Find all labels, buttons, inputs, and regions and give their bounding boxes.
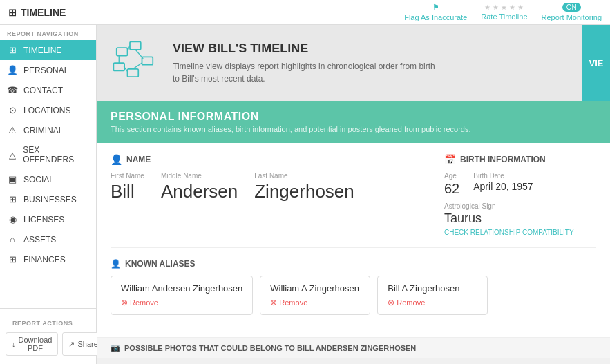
astro-label: Astrological Sign: [444, 202, 596, 210]
top-actions: ⚑ Flag As Inaccurate ★ ★ ★ ★ ★ Rate Time…: [404, 3, 602, 21]
sidebar-actions: REPORT ACTIONS ↓ Download PDF ↗ Share: [0, 308, 96, 364]
sidebar-item-finances[interactable]: ⊞ FINANCES: [0, 249, 96, 269]
monitor-action[interactable]: ON Report Monitoring: [542, 3, 602, 21]
sidebar-item-assets[interactable]: ⌂ ASSETS: [0, 229, 96, 249]
sidebar-item-contact[interactable]: ☎ CONTACT: [0, 80, 96, 100]
timeline-nav-icon: ⊞: [7, 45, 18, 55]
birth-row: Age 62 Birth Date April 20, 1957: [444, 172, 596, 197]
svg-line-8: [135, 50, 143, 59]
share-label: Share: [77, 340, 97, 348]
flag-label: Flag As Inaccurate: [404, 13, 467, 21]
flag-icon: ⚑: [432, 3, 439, 12]
star-1: ★: [484, 3, 490, 11]
age-value: 62: [444, 181, 459, 197]
finances-nav-icon: ⊞: [7, 254, 18, 265]
criminal-nav-icon: ⚠: [7, 125, 18, 135]
alias-card-0: William Andersen Zingerhosen Remove: [111, 276, 253, 315]
stars-row: ★ ★ ★ ★ ★: [484, 3, 524, 11]
top-bar: ⊞ TIMELINE ⚑ Flag As Inaccurate ★ ★ ★ ★ …: [0, 0, 610, 25]
last-name-value: Zingerhosen: [254, 181, 354, 202]
app-title: ⊞ TIMELINE: [8, 7, 66, 18]
sidebar-item-label-personal: PERSONAL: [23, 66, 68, 75]
star-4: ★: [509, 3, 515, 11]
age-label: Age: [444, 172, 459, 180]
sex-offenders-nav-icon: △: [7, 150, 17, 160]
rate-action[interactable]: ★ ★ ★ ★ ★ Rate Timeline: [481, 3, 527, 21]
social-nav-icon: ▣: [7, 174, 18, 184]
birth-block: 📅 BIRTH INFORMATION Age 62 Birth Date Ap…: [444, 154, 596, 236]
sidebar-item-label-social: SOCIAL: [23, 175, 54, 184]
timeline-description: Timeline view displays report highlights…: [173, 60, 435, 85]
last-name-label: Last Name: [254, 172, 354, 180]
timeline-banner: VIEW BILL'S TIMELINE Timeline view displ…: [97, 25, 610, 101]
alias-name-2: Bill A Zingerhosen: [388, 283, 477, 294]
alias-remove-0[interactable]: Remove: [121, 298, 242, 307]
birth-date-value: April 20, 1957: [473, 181, 533, 192]
content-body: 👤 NAME First Name Bill Middle Name Ander…: [97, 143, 610, 337]
name-block: 👤 NAME First Name Bill Middle Name Ander…: [111, 154, 416, 236]
alias-remove-1[interactable]: Remove: [270, 298, 360, 307]
sidebar-item-label-licenses: LICENSES: [23, 215, 64, 224]
name-fields: First Name Bill Middle Name Andersen Las…: [111, 172, 416, 202]
sidebar-item-personal[interactable]: 👤 PERSONAL: [0, 60, 96, 80]
sidebar-item-sex-offenders[interactable]: △ SEX OFFENDERS: [0, 140, 96, 169]
nav-section-label: REPORT NAVIGATION: [0, 25, 96, 40]
alias-card-1: William A Zingerhosen Remove: [260, 276, 370, 315]
alias-name-1: William A Zingerhosen: [270, 283, 360, 294]
svg-rect-1: [130, 41, 141, 49]
sidebar: REPORT NAVIGATION ⊞ TIMELINE 👤 PERSONAL …: [0, 25, 97, 364]
name-birth-row: 👤 NAME First Name Bill Middle Name Ander…: [111, 154, 596, 248]
download-pdf-button[interactable]: ↓ Download PDF: [6, 332, 58, 356]
app-title-text: TIMELINE: [21, 7, 66, 18]
alias-name-0: William Andersen Zingerhosen: [121, 283, 242, 294]
sidebar-item-social[interactable]: ▣ SOCIAL: [0, 169, 96, 189]
person-icon: 👤: [111, 154, 122, 165]
section-title: PERSONAL INFORMATION: [111, 111, 596, 123]
middle-name-label: Middle Name: [161, 172, 238, 180]
sidebar-item-licenses[interactable]: ◉ LICENSES: [0, 209, 96, 229]
sidebar-item-label-timeline: TIMELINE: [23, 46, 61, 55]
svg-rect-4: [142, 57, 153, 64]
rate-label: Rate Timeline: [481, 12, 527, 21]
flag-action[interactable]: ⚑ Flag As Inaccurate: [404, 3, 467, 21]
photos-grid: × × × × × ×: [97, 358, 610, 364]
sidebar-item-label-sex-offenders: SEX OFFENDERS: [23, 145, 89, 164]
astro-field: Astrological Sign Taurus CHECK RELATIONS…: [444, 202, 596, 236]
assets-nav-icon: ⌂: [7, 234, 18, 245]
svg-line-9: [133, 63, 142, 69]
birth-block-title: 📅 BIRTH INFORMATION: [444, 154, 596, 165]
photos-title-text: POSSIBLE PHOTOS THAT COULD BELONG TO BIL…: [124, 344, 416, 352]
alias-remove-2[interactable]: Remove: [388, 298, 477, 307]
first-name-label: First Name: [111, 172, 144, 180]
action-buttons: ↓ Download PDF ↗ Share: [6, 329, 90, 358]
alias-card-2: Bill A Zingerhosen Remove: [377, 276, 488, 315]
view-timeline-button[interactable]: VIE: [582, 25, 610, 101]
name-title-text: NAME: [126, 155, 151, 164]
timeline-icon: ⊞: [8, 7, 17, 18]
star-5: ★: [517, 3, 524, 11]
photos-title: 📷 POSSIBLE PHOTOS THAT COULD BELONG TO B…: [97, 337, 610, 358]
svg-rect-3: [128, 69, 139, 77]
actions-section-label: REPORT ACTIONS: [6, 314, 90, 329]
sidebar-item-businesses[interactable]: ⊞ BUSINESSES: [0, 189, 96, 209]
download-icon: ↓: [12, 340, 16, 348]
download-label: Download PDF: [19, 336, 53, 352]
age-field: Age 62: [444, 172, 459, 197]
contact-nav-icon: ☎: [7, 85, 18, 95]
aliases-title-text: KNOWN ALIASES: [125, 259, 196, 269]
sidebar-item-timeline[interactable]: ⊞ TIMELINE: [0, 40, 96, 60]
birth-date-label: Birth Date: [473, 172, 533, 180]
first-name-field: First Name Bill: [111, 172, 144, 202]
timeline-heading: VIEW BILL'S TIMELINE: [173, 41, 435, 56]
sidebar-item-locations[interactable]: ⊙ LOCATIONS: [0, 100, 96, 120]
camera-icon: 📷: [111, 343, 120, 352]
compat-link[interactable]: CHECK RELATIONSHIP COMPATIBILITY: [444, 229, 596, 236]
personal-nav-icon: 👤: [7, 65, 18, 75]
middle-name-value: Andersen: [161, 181, 238, 202]
aliases-title: 👤 KNOWN ALIASES: [111, 259, 596, 269]
main-layout: REPORT NAVIGATION ⊞ TIMELINE 👤 PERSONAL …: [0, 25, 610, 364]
photos-section: 📷 POSSIBLE PHOTOS THAT COULD BELONG TO B…: [97, 337, 610, 364]
sidebar-item-criminal[interactable]: ⚠ CRIMINAL: [0, 120, 96, 140]
monitor-toggle[interactable]: ON: [562, 3, 581, 12]
businesses-nav-icon: ⊞: [7, 194, 18, 204]
